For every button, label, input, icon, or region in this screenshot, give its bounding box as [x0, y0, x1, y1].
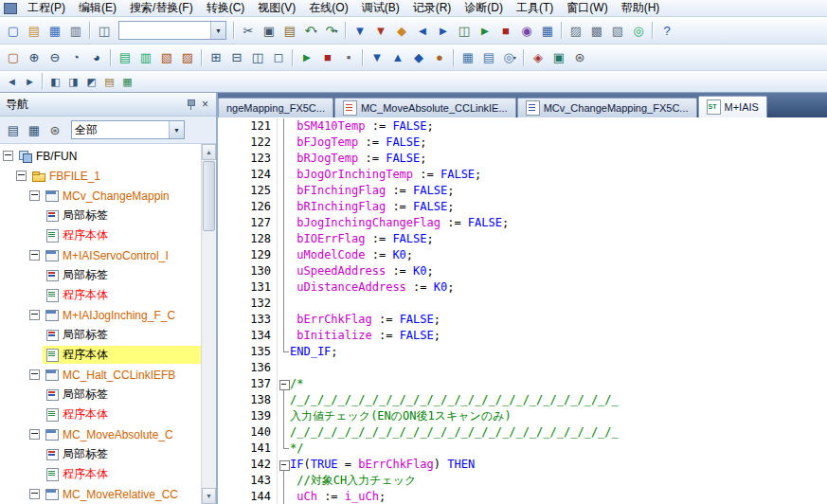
simulation-stop-icon[interactable]: ■: [317, 47, 338, 67]
device-comment-icon[interactable]: ▨: [566, 21, 586, 41]
window-switch-icon[interactable]: ◫: [94, 21, 115, 41]
help-icon[interactable]: ?: [656, 21, 677, 41]
code-line[interactable]: 122 bFJogTemp := FALSE;: [218, 135, 827, 151]
collapse-icon[interactable]: [279, 460, 290, 471]
save-project-icon[interactable]: ▦: [45, 21, 65, 41]
verify-with-plc-icon[interactable]: ◫: [454, 21, 475, 41]
menu-item[interactable]: 诊断(D): [458, 0, 510, 17]
code-line[interactable]: 124 bJogOrInchingTemp := FALSE;: [218, 167, 827, 183]
code-line[interactable]: 144 uCh := i_uCh;: [218, 489, 827, 504]
device-display-icon[interactable]: ▧: [156, 47, 177, 67]
zoom-in-icon[interactable]: ⊕: [24, 47, 45, 67]
editor-tab[interactable]: MCv_ChangeMapping_FX5C...: [517, 98, 697, 117]
close-icon[interactable]: ×: [198, 98, 212, 112]
insert-column-icon[interactable]: ◫: [247, 47, 268, 67]
bookmark-icon[interactable]: ▤: [100, 74, 118, 90]
scroll-up-icon[interactable]: ▲: [202, 144, 216, 160]
menu-item[interactable]: 视图(V): [251, 0, 302, 17]
scrollbar-thumb[interactable]: [203, 161, 215, 231]
insert-row-icon[interactable]: ⊞: [206, 47, 226, 67]
code-line[interactable]: 137/*: [218, 376, 827, 392]
tree-scrollbar[interactable]: ▲ ▼: [201, 144, 216, 504]
monitor-stop-icon[interactable]: ■: [495, 21, 516, 41]
menu-item[interactable]: 在线(O): [302, 0, 354, 17]
delete-column-icon[interactable]: ◻: [268, 47, 289, 67]
dropdown-arrow-icon[interactable]: ▼: [210, 22, 225, 39]
step-execution-icon[interactable]: ▪: [338, 47, 359, 67]
collapse-icon[interactable]: [29, 429, 40, 440]
toolbar-combobox[interactable]: ▼: [118, 21, 226, 40]
collapse-icon[interactable]: [29, 369, 40, 380]
comment-display-icon[interactable]: ▤: [115, 47, 135, 67]
device-list-icon[interactable]: ▤: [478, 47, 499, 67]
code-line[interactable]: 130 uSpeedAddress := K0;: [218, 263, 827, 279]
menu-item[interactable]: 转换(C): [200, 0, 252, 17]
menu-item[interactable]: 搜索/替换(F): [123, 0, 200, 17]
collapse-icon[interactable]: [29, 190, 40, 201]
code-line[interactable]: 136: [218, 360, 827, 376]
editor-tab[interactable]: ngeMapping_FX5C...: [218, 98, 333, 117]
code-line[interactable]: 132: [218, 296, 827, 312]
collapse-icon[interactable]: [29, 310, 40, 320]
tree-filter-combobox[interactable]: 全部 ▼: [71, 120, 185, 139]
find-icon[interactable]: ◔: [65, 47, 86, 67]
upload-icon[interactable]: ▲: [387, 47, 408, 67]
tree-item[interactable]: 程序本体: [0, 405, 201, 424]
scroll-down-icon[interactable]: ▼: [202, 488, 216, 504]
label-display-icon[interactable]: ▨: [177, 47, 198, 67]
undo-icon[interactable]: ↶▾: [300, 21, 321, 41]
code-line[interactable]: 140/_/_/_/_/_/_/_/_/_/_/_/_/_/_/_/_/_/_/…: [218, 424, 827, 441]
code-line[interactable]: 125 bFInchingFlag := FALSE;: [218, 183, 827, 199]
fold-marker[interactable]: [278, 376, 290, 392]
menu-item[interactable]: 工程(P): [21, 0, 72, 17]
collapse-icon[interactable]: [16, 171, 27, 181]
collapse-icon[interactable]: [3, 151, 13, 161]
tree-item[interactable]: 局部标签: [0, 206, 201, 225]
collapse-icon[interactable]: [279, 380, 290, 390]
convert-all-icon[interactable]: ▼: [370, 21, 391, 41]
code-line[interactable]: 134 bInitialize := FALSE;: [218, 328, 827, 344]
dropdown-arrow-icon[interactable]: ▼: [169, 121, 184, 138]
code-line[interactable]: 133 bErrChkFlag := FALSE;: [218, 312, 827, 328]
tree-item[interactable]: 局部标签: [0, 444, 201, 464]
fold-marker[interactable]: [278, 457, 290, 473]
new-project-icon[interactable]: ▢: [3, 21, 24, 41]
back-icon[interactable]: ◄: [3, 74, 21, 90]
forward-icon[interactable]: ►: [21, 74, 39, 90]
menu-item[interactable]: 编辑(E): [72, 0, 123, 17]
code-line[interactable]: 141*/: [218, 441, 827, 457]
tree-item[interactable]: 程序本体: [0, 464, 201, 484]
statement-list-icon[interactable]: ▥: [135, 47, 156, 67]
code-line[interactable]: 129 uModelCode := K0;: [218, 247, 827, 263]
tree-item[interactable]: M+IAIServoControl_I: [0, 245, 201, 265]
code-line[interactable]: 127 bJogInchingChangeFlag := FALSE;: [218, 215, 827, 231]
statement-display-icon[interactable]: ▩: [586, 21, 607, 41]
options-icon[interactable]: ⊛: [569, 47, 590, 67]
tree-item[interactable]: 程序本体: [0, 345, 201, 365]
find-result-icon[interactable]: ▦: [118, 74, 136, 90]
element-selection-icon[interactable]: ◨: [64, 74, 82, 90]
cross-reference-list-icon[interactable]: ▦: [458, 47, 478, 67]
tree-settings-icon[interactable]: ⊛: [45, 120, 65, 140]
docking-window-icon[interactable]: ◧: [46, 74, 64, 90]
menu-item[interactable]: 记录(R): [406, 0, 458, 17]
system-monitor-icon[interactable]: ▣: [548, 47, 569, 67]
menu-item[interactable]: 工具(T): [510, 0, 560, 17]
watch-window-icon[interactable]: ◎: [628, 21, 649, 41]
editor-tab[interactable]: MC_MoveAbsolute_CCLinkIE...: [334, 98, 516, 117]
tree-item[interactable]: 程序本体: [0, 225, 201, 245]
code-line[interactable]: 143 //対象CH入力チェック: [218, 473, 827, 489]
watch-register-icon[interactable]: ◎▾: [499, 47, 520, 67]
delete-row-icon[interactable]: ⊟: [226, 47, 247, 67]
tree-item[interactable]: MC_Halt_CCLinkIEFB: [0, 365, 201, 385]
code-line[interactable]: 135END_IF;: [218, 344, 827, 360]
tree-item[interactable]: MC_MoveRelative_CC: [0, 484, 201, 504]
simulation-start-icon[interactable]: ►: [297, 47, 317, 67]
read-from-plc-icon[interactable]: ◄: [412, 21, 433, 41]
write-to-plc-icon[interactable]: ►: [433, 21, 454, 41]
device-test-icon[interactable]: ◉: [516, 21, 537, 41]
code-line[interactable]: 131 uDistanceAddress := K0;: [218, 279, 827, 296]
tree-item[interactable]: 局部标签: [0, 325, 201, 345]
print-icon[interactable]: ▥: [65, 21, 86, 41]
tree-display-order-icon[interactable]: ▤: [3, 120, 24, 140]
